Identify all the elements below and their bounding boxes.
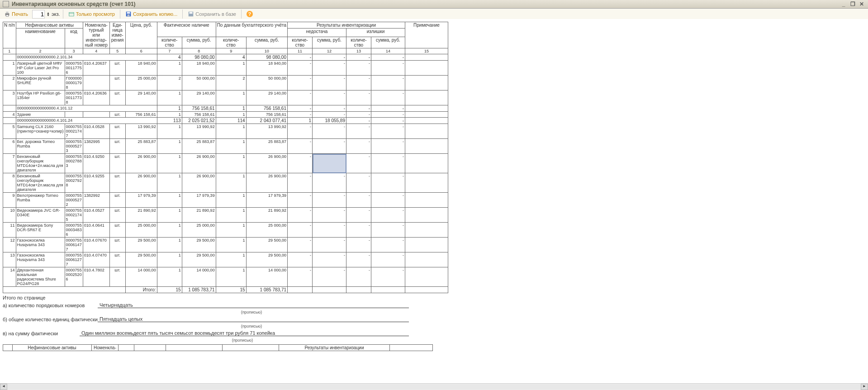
print-label: Печать bbox=[12, 11, 28, 17]
svg-rect-3 bbox=[69, 13, 74, 16]
save-db-icon bbox=[188, 11, 194, 17]
svg-rect-2 bbox=[6, 15, 8, 17]
copies-input[interactable] bbox=[32, 10, 45, 19]
separator bbox=[120, 10, 120, 19]
readonly-button[interactable]: Только просмотр bbox=[66, 10, 117, 18]
svg-rect-1 bbox=[6, 12, 8, 14]
document-icon bbox=[3, 1, 9, 7]
help-icon: ? bbox=[247, 11, 253, 17]
save-db-button[interactable]: Сохранить в базе bbox=[185, 10, 238, 18]
save-copy-label: Сохранить копию... bbox=[133, 11, 177, 17]
printer-icon bbox=[4, 11, 10, 17]
maximize-button[interactable]: ❐ bbox=[849, 1, 856, 7]
readonly-label: Только просмотр bbox=[76, 11, 115, 17]
window-title: Инвентаризация основных средств (счет 10… bbox=[12, 1, 136, 7]
window-titlebar: Инвентаризация основных средств (счет 10… bbox=[0, 0, 868, 9]
svg-rect-9 bbox=[190, 12, 193, 14]
copies-label: экз. bbox=[52, 11, 60, 17]
svg-rect-7 bbox=[127, 14, 129, 16]
save-db-label: Сохранить в базе bbox=[195, 11, 236, 17]
readonly-icon bbox=[68, 11, 75, 17]
close-button[interactable]: ✕ bbox=[858, 1, 865, 7]
copies-spinner[interactable]: ▲▼ bbox=[47, 12, 50, 16]
help-button[interactable]: ? bbox=[244, 10, 255, 18]
separator bbox=[241, 10, 242, 19]
save-copy-button[interactable]: Сохранить копию... bbox=[123, 10, 180, 18]
minimize-button[interactable]: _ bbox=[840, 1, 847, 7]
separator bbox=[182, 10, 183, 19]
save-icon bbox=[125, 11, 132, 17]
svg-rect-6 bbox=[127, 12, 130, 14]
content-area[interactable]: N п/пНефинансовые активыНоменкла-турныйи… bbox=[0, 19, 868, 20]
toolbar: Печать ▲▼ экз. Только просмотр Сохранить… bbox=[0, 9, 868, 20]
print-button[interactable]: Печать bbox=[2, 10, 30, 18]
separator bbox=[63, 10, 63, 19]
